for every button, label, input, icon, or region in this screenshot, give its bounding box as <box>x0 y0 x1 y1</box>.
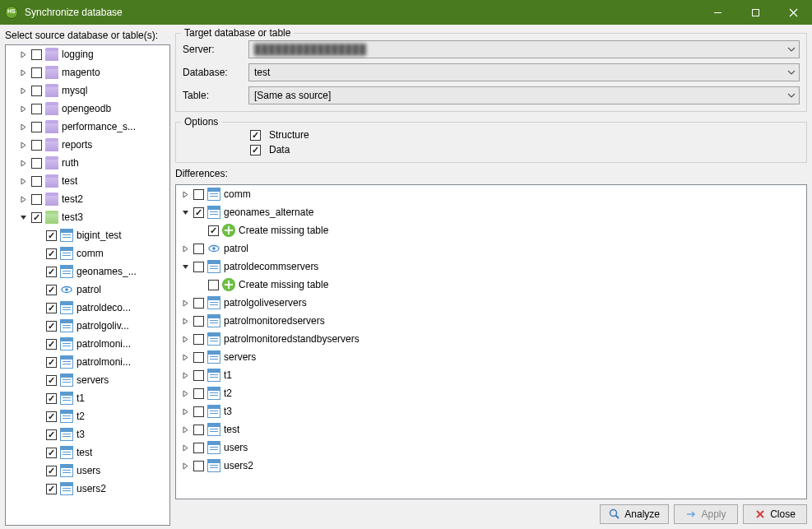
tree-row[interactable]: magento <box>6 63 169 81</box>
twisty-icon[interactable] <box>17 49 30 61</box>
tree-row[interactable]: t2 <box>176 384 806 402</box>
tree-row[interactable]: patrolmonitoredstandbyservers <box>176 330 806 348</box>
twisty-icon[interactable] <box>179 351 192 364</box>
tree-row[interactable]: users <box>6 462 169 480</box>
checkbox[interactable] <box>31 140 42 151</box>
tree-row[interactable]: t3 <box>176 402 806 420</box>
checkbox[interactable] <box>193 316 204 327</box>
tree-row[interactable]: bigint_test <box>6 226 169 244</box>
tree-row[interactable]: Create missing table <box>176 276 806 294</box>
tree-row[interactable]: geonames_alternate <box>176 203 806 221</box>
tree-row[interactable]: patrolmonitoredservers <box>176 312 806 330</box>
checkbox[interactable] <box>193 461 204 471</box>
twisty-icon[interactable] <box>179 243 192 255</box>
checkbox[interactable] <box>46 248 57 259</box>
tree-row[interactable]: performance_s... <box>6 118 169 136</box>
tree-row[interactable]: geonames_... <box>6 262 169 281</box>
checkbox[interactable] <box>31 176 42 187</box>
twisty-icon[interactable] <box>17 103 30 115</box>
checkbox[interactable] <box>193 244 204 254</box>
tree-row[interactable]: opengeodb <box>6 100 169 118</box>
tree-row[interactable]: test3 <box>6 208 169 226</box>
twisty-icon[interactable] <box>179 315 192 327</box>
checkbox[interactable] <box>46 393 57 404</box>
checkbox[interactable] <box>46 375 57 386</box>
twisty-icon[interactable] <box>179 333 192 346</box>
tree-row[interactable]: t2 <box>6 407 169 425</box>
checkbox[interactable] <box>208 225 219 236</box>
tree-row[interactable]: ruth <box>6 154 169 172</box>
twisty-icon[interactable] <box>17 157 30 169</box>
tree-row[interactable]: comm <box>176 185 806 203</box>
twisty-icon[interactable] <box>17 175 30 188</box>
source-tree[interactable]: loggingmagentomysqlopengeodbperformance_… <box>5 44 170 526</box>
twisty-icon[interactable] <box>17 211 30 224</box>
checkbox[interactable] <box>46 429 57 440</box>
checkbox[interactable] <box>193 443 204 453</box>
checkbox[interactable] <box>46 230 57 241</box>
tree-row[interactable]: servers <box>176 348 806 366</box>
tree-row[interactable]: patroldecommservers <box>176 258 806 276</box>
twisty-icon[interactable] <box>179 188 192 201</box>
twisty-icon[interactable] <box>17 85 30 97</box>
twisty-icon[interactable] <box>179 460 192 472</box>
tree-row[interactable]: servers <box>6 371 169 389</box>
checkbox[interactable] <box>46 448 57 458</box>
checkbox[interactable] <box>46 411 57 422</box>
tree-row[interactable]: users <box>176 439 806 457</box>
checkbox[interactable] <box>46 303 57 313</box>
close-button[interactable]: Close <box>743 504 807 524</box>
checkbox[interactable] <box>31 104 42 114</box>
twisty-icon[interactable] <box>179 406 192 418</box>
twisty-icon[interactable] <box>179 297 192 309</box>
checkbox[interactable] <box>193 352 204 363</box>
checkbox[interactable] <box>193 189 204 200</box>
tree-row[interactable]: t1 <box>6 389 169 407</box>
server-combo[interactable]: ████████████████ <box>248 40 800 58</box>
database-combo[interactable]: test <box>248 63 800 81</box>
checkbox[interactable] <box>193 388 204 399</box>
checkbox[interactable] <box>193 298 204 309</box>
tree-row[interactable]: logging <box>6 45 169 63</box>
minimize-button[interactable] <box>698 0 736 25</box>
checkbox[interactable] <box>31 212 42 223</box>
tree-row[interactable]: test <box>6 172 169 190</box>
checkbox[interactable] <box>193 207 204 218</box>
checkbox[interactable] <box>193 262 204 272</box>
tree-row[interactable]: patrol <box>6 281 169 299</box>
tree-row[interactable]: test2 <box>6 190 169 208</box>
close-window-button[interactable] <box>774 0 812 25</box>
checkbox[interactable] <box>193 370 204 381</box>
checkbox[interactable] <box>31 194 42 205</box>
tree-row[interactable]: reports <box>6 136 169 154</box>
checkbox[interactable] <box>46 285 57 295</box>
analyze-button[interactable]: Analyze <box>600 504 669 524</box>
checkbox[interactable] <box>46 484 57 494</box>
checkbox[interactable] <box>31 158 42 169</box>
twisty-icon[interactable] <box>17 139 30 151</box>
tree-row[interactable]: patrolgoliv... <box>6 317 169 335</box>
checkbox[interactable] <box>31 49 42 60</box>
twisty-icon[interactable] <box>17 67 30 79</box>
tree-row[interactable]: Create missing table <box>176 221 806 239</box>
tree-row[interactable]: mysql <box>6 81 169 100</box>
checkbox[interactable] <box>46 339 57 350</box>
tree-row[interactable]: patrol <box>176 239 806 258</box>
apply-button[interactable]: Apply <box>674 504 738 524</box>
maximize-button[interactable] <box>736 0 774 25</box>
tree-row[interactable]: comm <box>6 244 169 262</box>
tree-row[interactable]: users2 <box>176 457 806 475</box>
tree-row[interactable]: test <box>6 443 169 462</box>
twisty-icon[interactable] <box>179 206 192 219</box>
tree-row[interactable]: test <box>176 420 806 439</box>
twisty-icon[interactable] <box>179 424 192 436</box>
tree-row[interactable]: t1 <box>176 366 806 384</box>
tree-row[interactable]: patrolgoliveservers <box>176 294 806 312</box>
differences-tree[interactable]: commgeonames_alternateCreate missing tab… <box>175 184 807 499</box>
titlebar[interactable]: Synchronize database <box>0 0 812 25</box>
checkbox[interactable] <box>46 466 57 476</box>
checkbox[interactable] <box>193 334 204 345</box>
twisty-icon[interactable] <box>179 387 192 400</box>
checkbox[interactable] <box>193 425 204 435</box>
twisty-icon[interactable] <box>179 442 192 454</box>
